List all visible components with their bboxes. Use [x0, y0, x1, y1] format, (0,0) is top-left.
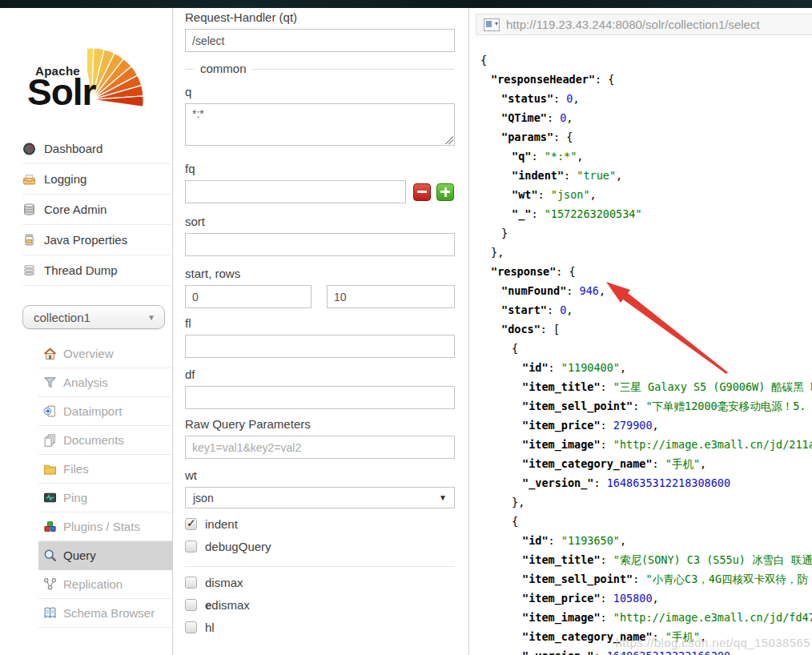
sidebar-item-core-admin[interactable]: Core Admin: [22, 195, 172, 225]
json-token: {: [512, 515, 518, 528]
json-token: :: [564, 169, 577, 182]
checkbox-label: debugQuery: [205, 540, 271, 553]
checkbox-group-secondary: dismaxedismaxhl: [185, 576, 454, 634]
hl-checkbox[interactable]: hl: [185, 621, 454, 634]
json-token: "下单赠12000毫安移动电源！5.: [645, 400, 806, 412]
analysis-icon: [43, 376, 58, 389]
q-label: q: [185, 85, 454, 98]
json-token: "item_sell_point": [522, 573, 633, 585]
json-token: "q": [512, 150, 531, 163]
sidebar-item-dashboard[interactable]: Dashboard: [22, 134, 172, 164]
result-url-link[interactable]: http://119.23.43.244:8080/solr/collectio…: [506, 18, 760, 31]
request-handler-input[interactable]: [185, 29, 455, 52]
rows-input[interactable]: [327, 285, 455, 308]
json-token: "http://image.e3mall.cn/jd/fd47fc: [613, 611, 812, 624]
remove-fq-button[interactable]: [413, 183, 431, 201]
indent-checkbox[interactable]: indent: [185, 517, 454, 531]
edismax-checkbox[interactable]: edismax: [185, 598, 454, 612]
sidebar-item-schema-browser[interactable]: Schema Browser: [38, 599, 172, 628]
json-token: "params": [501, 131, 553, 143]
json-line: {: [480, 50, 812, 70]
json-token: "item_image": [522, 438, 601, 451]
json-token: 105800: [613, 592, 653, 605]
add-fq-button[interactable]: [436, 183, 454, 201]
wt-select[interactable]: json ▼: [185, 487, 455, 508]
files-icon: [43, 462, 58, 476]
sidebar-item-label: Thread Dump: [44, 263, 118, 277]
query-form-panel: Request-Handler (qt) common q *:* fq sor…: [172, 8, 469, 655]
sidebar-item-thread-dump[interactable]: Thread Dump: [22, 255, 172, 286]
json-token: :: [633, 400, 645, 412]
top-dark-bar: [0, 0, 812, 8]
json-line: "params": {: [480, 127, 812, 147]
sidebar-item-label: Query: [63, 549, 96, 562]
json-line: "id": "1190400",: [480, 358, 812, 377]
json-token: :: [549, 361, 561, 374]
json-token: "http://image.e3mall.cn/jd/211a4f: [613, 438, 812, 451]
fq-input[interactable]: [185, 180, 406, 203]
sort-input[interactable]: [185, 233, 455, 256]
q-textarea[interactable]: *:*: [185, 103, 455, 146]
sidebar-item-dataimport[interactable]: Dataimport: [38, 397, 172, 426]
common-section: common q *:* fq sort start, rows fl df: [185, 69, 454, 634]
dataimport-icon: [43, 404, 58, 418]
json-token: "response": [491, 265, 556, 278]
checkbox-icon[interactable]: [185, 577, 197, 589]
sidebar-item-ping[interactable]: Ping: [38, 484, 172, 512]
sidebar-item-documents[interactable]: Documents: [38, 426, 172, 455]
url-page-icon: [484, 18, 500, 31]
sidebar-item-label: Replication: [63, 577, 123, 591]
json-token: ,: [566, 303, 573, 316]
sidebar-item-replication[interactable]: Replication: [38, 570, 172, 599]
json-token: },: [512, 496, 525, 508]
sidebar-item-files[interactable]: Files: [38, 455, 172, 484]
dismax-checkbox[interactable]: dismax: [185, 576, 454, 589]
json-token: },: [491, 246, 504, 259]
checkbox-icon[interactable]: [185, 540, 197, 553]
sidebar-item-label: Plugins / Stats: [63, 520, 140, 533]
df-input[interactable]: [185, 386, 455, 409]
json-line: "item_price": 279900,: [480, 416, 812, 435]
json-token: :: [601, 438, 613, 451]
json-token: "*:*": [545, 150, 577, 163]
json-token: ,: [599, 284, 605, 297]
json-response-view: {"responseHeader": {"status": 0,"QTime":…: [469, 35, 812, 655]
checkbox-icon[interactable]: [185, 599, 197, 611]
json-token: "indent": [512, 169, 564, 182]
sidebar-item-logging[interactable]: Logging: [22, 164, 172, 195]
checkbox-icon[interactable]: [185, 518, 197, 530]
json-token: {: [480, 54, 487, 66]
json-token: :: [531, 150, 544, 163]
result-url-bar[interactable]: http://119.23.43.244:8080/solr/collectio…: [476, 14, 812, 35]
common-section-legend: common: [195, 62, 252, 75]
request-handler-label: Request-Handler (qt): [185, 10, 454, 24]
sidebar-item-label: Java Properties: [44, 233, 127, 247]
fl-input[interactable]: [185, 335, 455, 358]
json-token: "item_title": [522, 553, 601, 566]
form-divider: [185, 566, 455, 567]
sidebar-item-plugins-stats[interactable]: Plugins / Stats: [38, 512, 172, 541]
json-token: :: [531, 207, 544, 220]
json-line: "status": 0,: [480, 89, 812, 108]
json-line: "wt": "json",: [480, 185, 812, 204]
json-token: : [: [541, 323, 560, 336]
java-properties-icon: [22, 233, 37, 247]
sidebar-item-label: Dataimport: [63, 404, 122, 418]
sidebar-item-analysis[interactable]: Analysis: [38, 368, 172, 397]
json-line: {: [480, 339, 812, 358]
sidebar-item-overview[interactable]: Overview: [38, 340, 172, 368]
sidebar-item-java-properties[interactable]: Java Properties: [22, 225, 172, 255]
json-line: "item_title": "三星 Galaxy S5 (G9006W) 酷碳黑…: [480, 377, 812, 396]
start-input[interactable]: [185, 285, 312, 308]
sidebar-item-query[interactable]: Query: [38, 541, 172, 570]
debugquery-checkbox[interactable]: debugQuery: [185, 540, 454, 553]
thread-dump-icon: [22, 263, 37, 277]
raw-query-params-input[interactable]: [185, 436, 455, 459]
sidebar-item-label: Analysis: [63, 376, 108, 389]
json-token: :: [549, 534, 561, 547]
json-token: :: [547, 111, 560, 124]
solr-sunburst-icon: [87, 40, 163, 109]
core-selector-dropdown[interactable]: collection1 ▼: [22, 305, 165, 329]
json-token: {: [512, 342, 518, 355]
checkbox-icon[interactable]: [185, 621, 197, 633]
